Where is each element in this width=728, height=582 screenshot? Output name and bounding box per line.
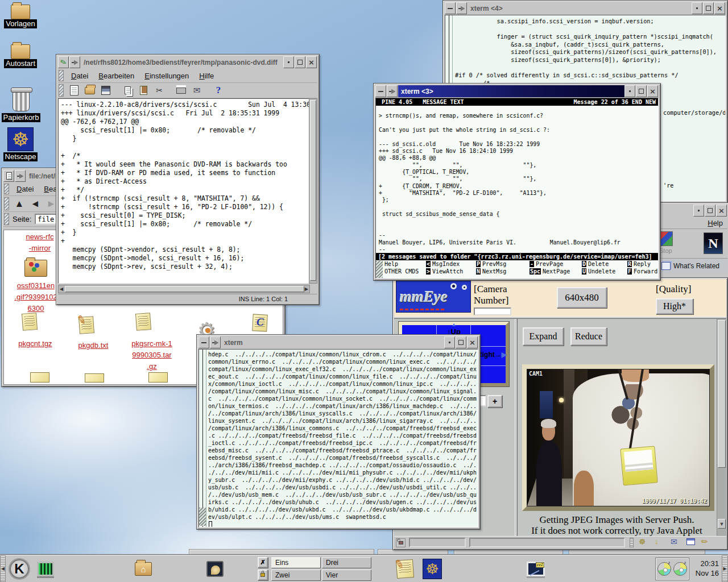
pine-menu-item[interactable]: NNextMsg	[476, 268, 530, 275]
menu-datei[interactable]: Datei	[11, 183, 39, 195]
pager-desktop-2[interactable]: Zwei	[271, 569, 321, 581]
component-bar-handle[interactable]	[630, 538, 634, 547]
file-label[interactable]: pkgcnt.tgz	[10, 338, 61, 350]
window-menu-button[interactable]	[445, 2, 456, 14]
terminal-button[interactable]	[204, 558, 226, 580]
system-monitor-button[interactable]	[34, 558, 57, 580]
xterm-scrollbar[interactable]	[199, 350, 206, 527]
pine-menu-item[interactable]: -PrevPage	[530, 260, 582, 268]
titlebar[interactable]: ×	[659, 205, 727, 217]
scrollbar-thumb[interactable]	[199, 508, 206, 526]
menubar-handle[interactable]	[4, 184, 9, 194]
paste-icon[interactable]	[138, 85, 149, 96]
close-button[interactable]: ×	[306, 56, 317, 68]
pine-menu-item[interactable]: RReply	[627, 260, 656, 268]
clock-applet[interactable]: 20:31 Nov 16	[690, 559, 719, 578]
c-source-file-icon[interactable]: C	[253, 314, 267, 331]
scroll-down-arrow[interactable]: ▼	[718, 519, 726, 529]
close-button[interactable]: ×	[716, 205, 727, 217]
gif-file-icon[interactable]	[24, 260, 47, 277]
pager-desktop-3[interactable]: Drei	[322, 557, 371, 568]
pager-desktop-1[interactable]: Eins	[271, 557, 321, 568]
cd-applet[interactable]: ♪ ♪	[656, 558, 689, 580]
addressbook-icon[interactable]	[686, 538, 695, 545]
print-icon[interactable]	[175, 85, 187, 96]
close-button[interactable]: ×	[647, 85, 658, 97]
pine-menu-item[interactable]: ?Help	[378, 260, 426, 268]
pine-menu-item[interactable]: OOTHER CMDS	[378, 268, 426, 275]
pine-menu-item[interactable]: <MsgIndex	[426, 260, 476, 268]
cut-icon[interactable]: ✂	[154, 85, 165, 96]
toolbar-handle[interactable]	[4, 197, 9, 210]
maximize-button[interactable]	[703, 2, 714, 14]
titlebar[interactable]: xterm <3> ×	[375, 85, 659, 97]
screensaver-button[interactable]: zzZ	[524, 558, 547, 580]
copy-icon[interactable]	[122, 85, 133, 96]
desktop-icon-autostart[interactable]: Autostart	[2, 44, 39, 68]
toolbar-handle[interactable]	[59, 84, 64, 97]
expand-button[interactable]: Expand	[523, 327, 564, 346]
save-icon[interactable]	[100, 85, 111, 96]
menu-bearbeiten[interactable]: Bearbeiten	[93, 70, 139, 82]
download-icon[interactable]: ↓	[655, 537, 659, 546]
file-icon-pkgcnt[interactable]	[22, 313, 37, 330]
sticky-pin-button[interactable]	[69, 56, 80, 68]
titlebar[interactable]: ✎ /net/rfhs8012/home3/bedienst/feyrer/tm…	[58, 56, 317, 68]
maximize-button[interactable]	[295, 56, 305, 68]
menu-help[interactable]: Help	[708, 219, 723, 227]
titlebar[interactable]: xterm ×	[198, 336, 478, 348]
forward-icon[interactable]: ►	[46, 198, 57, 210]
lock-screen-button[interactable]	[258, 569, 268, 580]
stop-icon[interactable]	[660, 231, 673, 246]
new-file-icon[interactable]	[68, 85, 80, 96]
scrollbar-thumb[interactable]	[718, 320, 726, 468]
window-close-tool[interactable]: ✗	[258, 557, 268, 568]
desktop-icon-netscape[interactable]: ☸ Netscape	[2, 127, 39, 161]
menu-hilfe[interactable]: Hilfe	[194, 70, 219, 82]
iconify-button[interactable]	[693, 205, 704, 217]
pine-menu-item[interactable]: UUndelete	[582, 268, 627, 275]
up-icon[interactable]: ▲	[14, 198, 25, 210]
security-lock-icon[interactable]	[396, 538, 406, 547]
panel-hide-right[interactable]: ▶	[722, 555, 728, 582]
reduce-button[interactable]: Reduce	[570, 327, 607, 346]
pad-right-arrow[interactable]: Right→▶	[477, 351, 507, 359]
maximize-button[interactable]	[705, 205, 715, 217]
window-menu-button[interactable]	[375, 85, 386, 97]
desktop-icon-papierkorb[interactable]: Papierkorb	[1, 91, 41, 122]
sticky-pin-button[interactable]	[15, 170, 26, 182]
mailbox-icon[interactable]: ✉	[671, 537, 677, 546]
file-icon-pkgdb[interactable]: ✎	[79, 317, 94, 334]
menubar-handle[interactable]	[59, 70, 64, 81]
editor-textarea[interactable]: --- linux-2.2.10-ac8/drivers/scsi/scsi.c…	[58, 98, 310, 284]
netscape-logo[interactable]: N	[704, 232, 723, 254]
pine-menu-item[interactable]: PPrevMsg	[476, 260, 530, 268]
sticky-pin-button[interactable]	[387, 85, 398, 97]
camera-number-input[interactable]	[474, 307, 511, 315]
menu-datei[interactable]: Datei	[66, 70, 93, 82]
iconify-button[interactable]	[624, 85, 635, 97]
scroll-right-arrow[interactable]: ▶	[304, 286, 309, 292]
composer-icon[interactable]: ✎	[699, 536, 710, 547]
iconify-button[interactable]	[692, 2, 702, 14]
maximize-button[interactable]	[636, 85, 647, 97]
home-button[interactable]: ⌂	[132, 558, 155, 580]
close-button[interactable]: ×	[467, 336, 478, 348]
close-button[interactable]: ×	[714, 2, 725, 14]
maximize-button[interactable]	[456, 336, 466, 348]
file-label[interactable]: pkgdb.txt	[68, 340, 119, 351]
zoom-plus-button[interactable]: +	[487, 395, 502, 408]
pager-desktop-4[interactable]: Vier	[322, 569, 371, 581]
locationbar-handle[interactable]	[4, 213, 9, 225]
help-icon[interactable]: ?	[213, 85, 224, 96]
file-icon-pkgsrc[interactable]	[136, 313, 151, 330]
notes-button[interactable]: ✎	[394, 558, 416, 580]
horizontal-scrollbar[interactable]: ◀ ▶	[58, 285, 310, 293]
resolution-button[interactable]: 640x480	[557, 287, 607, 308]
open-file-icon[interactable]	[84, 85, 96, 96]
browser-scrollbar[interactable]: ▼	[717, 319, 726, 536]
back-icon[interactable]: ◄	[30, 198, 41, 210]
pine-menu-item[interactable]: DDelete	[582, 260, 627, 268]
desktop-icon-vorlagen[interactable]: Vorlagen	[2, 5, 39, 28]
xterm-scrollbar-thumb[interactable]	[376, 261, 383, 278]
